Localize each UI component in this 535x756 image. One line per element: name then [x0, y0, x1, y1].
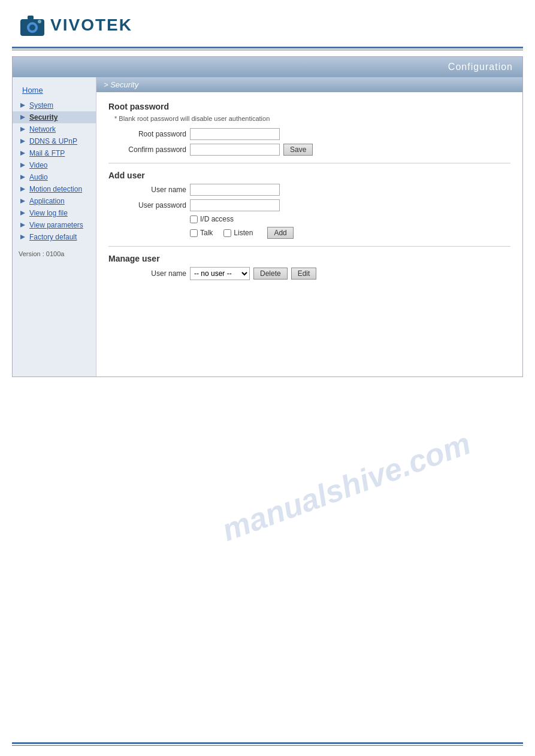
- sidebar-label-audio: Audio: [29, 173, 48, 181]
- arrow-icon-security: [19, 113, 27, 122]
- sidebar-item-viewparams[interactable]: View parameters: [13, 219, 96, 231]
- io-access-label: I/D access: [200, 215, 234, 223]
- talk-checkbox[interactable]: [190, 229, 198, 237]
- section-divider-2: [108, 246, 510, 247]
- save-button[interactable]: Save: [283, 144, 313, 156]
- arrow-icon-viewparams: [19, 221, 27, 229]
- root-password-title: Root password: [108, 102, 510, 111]
- username-input[interactable]: [190, 184, 280, 196]
- sidebar-label-network: Network: [29, 125, 56, 133]
- sidebar-version: Version : 0100a: [13, 243, 96, 260]
- sidebar-label-factory: Factory default: [29, 233, 77, 241]
- add-button[interactable]: Add: [267, 227, 293, 239]
- user-password-input[interactable]: [190, 199, 280, 211]
- sidebar-label-system: System: [29, 101, 53, 110]
- sidebar-item-mail-ftp[interactable]: Mail & FTP: [13, 147, 96, 159]
- svg-marker-10: [20, 163, 25, 168]
- sidebar-item-factory[interactable]: Factory default: [13, 231, 96, 243]
- arrow-icon-network: [19, 125, 27, 133]
- arrow-icon: [19, 101, 27, 110]
- svg-marker-16: [20, 235, 25, 239]
- logo-area: VIVOTEK: [18, 11, 517, 40]
- listen-label: Listen: [234, 229, 253, 237]
- manage-user-row: User name -- no user -- Delete Edit: [108, 267, 510, 280]
- svg-marker-15: [20, 223, 25, 227]
- sidebar-item-motion[interactable]: Motion detection: [13, 183, 96, 195]
- sidebar-label-mail-ftp: Mail & FTP: [29, 149, 65, 157]
- content-panel: > Security Root password * Blank root pa…: [96, 77, 522, 377]
- sidebar-item-viewlog[interactable]: View log file: [13, 207, 96, 219]
- arrow-icon-mail: [19, 149, 27, 157]
- top-separator: [12, 47, 523, 48]
- sidebar-item-security[interactable]: Security: [13, 111, 96, 123]
- sidebar-item-ddns[interactable]: DDNS & UPnP: [13, 135, 96, 147]
- listen-checkbox-item: Listen: [223, 229, 253, 237]
- sidebar: Home System Security: [13, 77, 96, 377]
- section-divider-1: [108, 163, 510, 163]
- camera-icon: [18, 11, 47, 40]
- svg-marker-5: [20, 103, 25, 108]
- sidebar-label-ddns: DDNS & UPnP: [29, 137, 77, 145]
- sidebar-item-system[interactable]: System: [13, 99, 96, 111]
- bottom-separator2: [12, 745, 523, 746]
- arrow-icon-ddns: [19, 137, 27, 145]
- talk-label: Talk: [200, 229, 213, 237]
- manage-username-label: User name: [108, 269, 186, 278]
- edit-button[interactable]: Edit: [291, 268, 317, 280]
- svg-point-2: [29, 25, 35, 31]
- content-body: Root password * Blank root password will…: [96, 92, 522, 291]
- io-access-row: I/D access: [190, 215, 510, 223]
- sidebar-item-home[interactable]: Home: [13, 83, 96, 99]
- sidebar-item-network[interactable]: Network: [13, 123, 96, 135]
- svg-marker-12: [20, 187, 25, 192]
- bottom-separator: [12, 742, 523, 744]
- confirm-password-input[interactable]: [190, 144, 280, 156]
- user-password-row: User password: [108, 199, 510, 211]
- listen-checkbox[interactable]: [223, 229, 231, 237]
- svg-marker-6: [20, 115, 25, 120]
- manage-user-dropdown[interactable]: -- no user --: [190, 267, 250, 280]
- sidebar-item-video[interactable]: Video: [13, 159, 96, 171]
- top-separator2: [12, 50, 523, 50]
- sidebar-label-application: Application: [29, 197, 65, 205]
- svg-point-4: [38, 20, 41, 23]
- inner-layout: Home System Security: [13, 77, 522, 377]
- arrow-icon-viewlog: [19, 209, 27, 217]
- svg-marker-14: [20, 211, 25, 215]
- svg-marker-9: [20, 151, 25, 156]
- root-password-note: * Blank root password will disable user …: [114, 115, 510, 122]
- root-password-input[interactable]: [190, 128, 280, 140]
- arrow-icon-video: [19, 161, 27, 169]
- root-password-row: Root password: [108, 128, 510, 140]
- arrow-icon-audio: [19, 173, 27, 181]
- sidebar-label-motion: Motion detection: [29, 185, 82, 193]
- section-header: > Security: [96, 77, 522, 92]
- sidebar-label-video: Video: [29, 161, 47, 169]
- svg-marker-7: [20, 127, 25, 132]
- svg-marker-13: [20, 199, 25, 204]
- sidebar-label-security: Security: [29, 113, 58, 122]
- sidebar-label-viewparams: View parameters: [29, 221, 83, 229]
- main-content: Configuration Home System Sec: [12, 56, 523, 377]
- arrow-icon-factory: [19, 233, 27, 241]
- arrow-icon-motion: [19, 185, 27, 193]
- svg-marker-8: [20, 139, 25, 144]
- talk-listen-row: Talk Listen Add: [190, 227, 510, 239]
- root-password-label: Root password: [108, 130, 186, 138]
- config-header: Configuration: [13, 57, 522, 77]
- delete-button[interactable]: Delete: [253, 268, 288, 280]
- arrow-icon-application: [19, 197, 27, 205]
- sidebar-item-application[interactable]: Application: [13, 195, 96, 207]
- sidebar-item-audio[interactable]: Audio: [13, 171, 96, 183]
- svg-rect-3: [28, 16, 34, 20]
- io-access-checkbox[interactable]: [190, 215, 198, 223]
- username-label: User name: [108, 186, 186, 194]
- user-password-label: User password: [108, 201, 186, 210]
- add-user-title: Add user: [108, 171, 510, 180]
- svg-marker-11: [20, 175, 25, 180]
- sidebar-label-viewlog: View log file: [29, 209, 68, 217]
- header: VIVOTEK: [0, 0, 535, 47]
- talk-checkbox-item: Talk: [190, 229, 213, 237]
- page-wrapper: VIVOTEK Configuration Home System: [0, 0, 535, 756]
- io-access-checkbox-item: I/D access: [190, 215, 234, 223]
